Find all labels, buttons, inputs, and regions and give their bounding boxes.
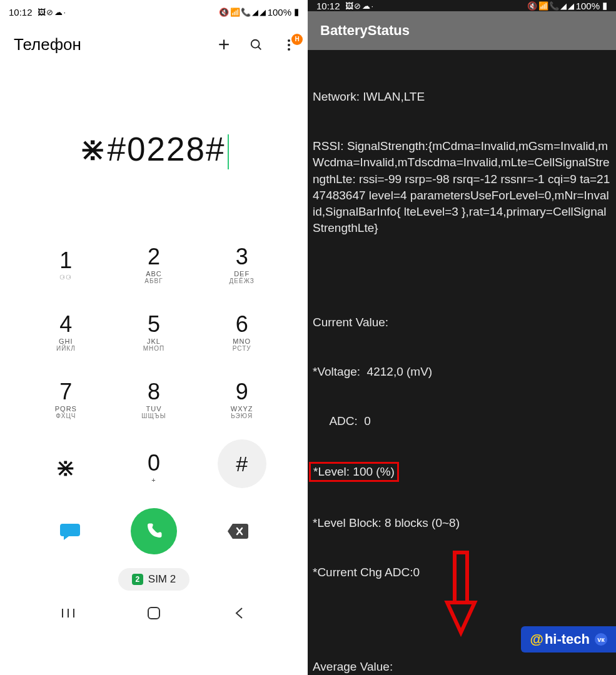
cv-levelblock: *Level Block: 8 blocks (0~8) xyxy=(313,515,611,531)
nav-bar xyxy=(0,596,308,631)
cv-chgadc: *Current Chg ADC:0 xyxy=(313,564,611,581)
key-6[interactable]: 6 MNO РСТУ xyxy=(201,304,283,361)
battery-icon: ▮ xyxy=(294,6,299,18)
dial-display: ⋇#0228# xyxy=(0,62,308,237)
status-bar: 10:12 🖼 ⊘ ☁ · 🔇 📶 📞 ◢ ◢ 100% ▮ xyxy=(308,0,616,11)
svg-point-3 xyxy=(288,44,290,46)
nav-recents[interactable] xyxy=(56,606,81,621)
svg-point-0 xyxy=(251,39,260,48)
key-1[interactable]: 1 ⚆⚆ xyxy=(25,237,107,293)
keypad: 1 ⚆⚆ 2 ABC АБВГ 3 DEF ДЕЁЖЗ 4 GHI ИЙКЛ 5… xyxy=(0,237,308,496)
key-9[interactable]: 9 WXYZ ЬЭЮЯ xyxy=(201,372,283,428)
dialed-number: ⋇#0228# xyxy=(79,130,230,169)
rssi-line: RSSI: SignalStrength:{mCdma=Invalid,mGsm… xyxy=(313,138,611,236)
notification-badge: H xyxy=(291,34,303,45)
cursor xyxy=(228,134,229,169)
battery-icon: ▮ xyxy=(602,0,607,11)
key-0[interactable]: 0 + xyxy=(113,439,195,496)
key-hash[interactable]: # xyxy=(218,439,266,488)
batterystatus-body: Network: IWLAN,LTE RSSI: SignalStrength:… xyxy=(308,50,616,675)
svg-line-1 xyxy=(258,46,261,49)
key-3[interactable]: 3 DEF ДЕЁЖЗ xyxy=(201,237,283,293)
current-value-label: Current Value: xyxy=(313,314,611,331)
svg-point-4 xyxy=(288,48,290,51)
status-battery: 100% xyxy=(576,1,600,11)
more-button[interactable]: H xyxy=(281,38,296,52)
status-battery: 100% xyxy=(268,7,291,18)
key-7[interactable]: 7 PQRS ФХЦЧ xyxy=(25,372,107,428)
sim-selector-row: 2 SIM 2 xyxy=(0,561,308,596)
watermark: @ hi-tech vк xyxy=(521,626,616,652)
network-line: Network: IWLAN,LTE xyxy=(313,89,611,105)
dial-actions xyxy=(0,496,308,561)
key-5[interactable]: 5 JKL МНОП xyxy=(113,304,195,361)
key-2[interactable]: 2 ABC АБВГ xyxy=(113,237,195,293)
status-time: 10:12 xyxy=(316,1,340,11)
phone-screen-dialer: 10:12 🖼 ⊘ ☁ · 🔇 📶 📞 ◢ ◢ 100% ▮ Телефон H… xyxy=(0,0,308,675)
status-right-icons: 🔇 📶 📞 ◢ ◢ xyxy=(527,1,573,11)
cv-adc: ADC: 0 xyxy=(313,413,611,429)
watermark-at: @ xyxy=(530,631,543,648)
call-button[interactable] xyxy=(131,508,177,554)
backspace-button[interactable] xyxy=(220,514,255,549)
watermark-badge: vк xyxy=(595,633,607,646)
nav-back[interactable] xyxy=(227,606,252,621)
status-right-icons: 🔇 📶 📞 ◢ ◢ xyxy=(219,8,265,17)
batterystatus-title: BatteryStatus xyxy=(308,11,616,50)
nav-home[interactable] xyxy=(141,606,166,621)
status-bar: 10:12 🖼 ⊘ ☁ · 🔇 📶 📞 ◢ ◢ 100% ▮ xyxy=(0,0,308,24)
sim-label: SIM 2 xyxy=(148,573,176,586)
status-left-icons: 🖼 ⊘ ☁ · xyxy=(345,1,373,11)
status-time: 10:12 xyxy=(9,7,33,18)
key-4[interactable]: 4 GHI ИЙКЛ xyxy=(25,304,107,361)
key-8[interactable]: 8 TUV ШЩЪЫ xyxy=(113,372,195,428)
add-button[interactable] xyxy=(216,38,231,52)
cv-voltage: *Voltage: 4212,0 (mV) xyxy=(313,364,611,380)
svg-point-2 xyxy=(288,39,290,42)
messages-button[interactable] xyxy=(53,514,88,549)
search-button[interactable] xyxy=(249,38,264,52)
sim-selector[interactable]: 2 SIM 2 xyxy=(118,568,189,591)
average-value-label: Average Value: xyxy=(313,659,611,675)
phone-screen-batterystatus: 10:12 🖼 ⊘ ☁ · 🔇 📶 📞 ◢ ◢ 100% ▮ BatterySt… xyxy=(308,0,616,675)
app-title: Телефон xyxy=(14,35,81,54)
watermark-text: hi-tech xyxy=(545,631,590,648)
svg-rect-8 xyxy=(148,608,159,619)
app-header: Телефон H xyxy=(0,24,308,62)
status-left-icons: 🖼 ⊘ ☁ · xyxy=(38,8,65,17)
sim-number-badge: 2 xyxy=(132,574,143,585)
cv-level-highlighted: *Level: 100 (%) xyxy=(309,462,399,482)
key-star[interactable]: ⋇ xyxy=(25,439,107,496)
